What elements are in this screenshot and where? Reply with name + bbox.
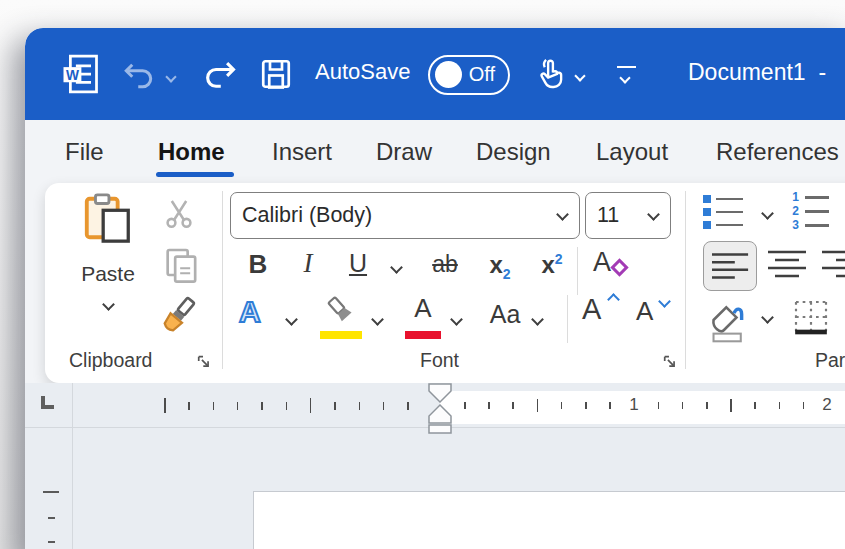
subscript-button[interactable]: x2 — [480, 251, 520, 282]
underline-chevron-icon[interactable] — [390, 261, 403, 274]
active-tab-underline — [156, 172, 234, 177]
tab-file[interactable]: File — [65, 138, 104, 166]
font-color-button[interactable]: A — [405, 293, 441, 339]
highlighter-icon — [320, 295, 362, 329]
group-separator — [222, 191, 223, 369]
underline-button[interactable]: U — [343, 249, 373, 278]
font-size-chevron-icon — [647, 208, 660, 221]
font-name-chevron-icon — [556, 208, 569, 221]
paste-clipboard-icon — [81, 191, 135, 245]
format-painter-icon[interactable] — [154, 293, 202, 339]
touch-mouse-mode-icon[interactable] — [532, 54, 570, 94]
tab-stop-left-icon — [41, 396, 54, 409]
document-title: Document1 - — [688, 59, 826, 86]
font-size-value: 11 — [597, 203, 619, 228]
change-case-button[interactable]: Aa — [483, 300, 527, 329]
ribbon-tab-row: File Home Insert Draw Design Layout Refe… — [25, 120, 845, 183]
shading-button[interactable] — [707, 297, 749, 343]
numbering-button[interactable]: 1 2 3 — [791, 193, 829, 230]
word-app-icon[interactable]: W — [58, 52, 102, 96]
strikethrough-button[interactable]: ab — [423, 251, 467, 278]
undo-dropdown-chevron-icon[interactable] — [165, 71, 176, 82]
tab-home[interactable]: Home — [158, 138, 225, 166]
align-left-button[interactable] — [703, 241, 757, 291]
font-group-label: Font — [420, 349, 459, 372]
row-separator — [567, 295, 568, 343]
collapse-quick-access-icon[interactable] — [617, 66, 636, 86]
shrink-font-caret-icon — [658, 295, 671, 308]
ribbon-panel: Paste Clipboard — [45, 183, 845, 383]
font-dialog-launcher-icon[interactable] — [661, 353, 678, 370]
ruler-text-area — [440, 391, 845, 424]
ribbon: Paste Clipboard — [25, 183, 845, 383]
font-name-value: Calibri (Body) — [242, 203, 372, 228]
horizontal-ruler: 12 — [25, 383, 845, 428]
autosave-toggle-knob — [435, 61, 462, 88]
bullets-chevron-icon[interactable] — [761, 207, 774, 220]
tab-layout[interactable]: Layout — [596, 138, 668, 166]
autosave-toggle[interactable]: Off — [428, 55, 510, 95]
title-bar: W AutoSave Off Docu — [25, 28, 845, 120]
grow-font-caret-icon — [607, 293, 620, 306]
clipboard-dialog-launcher-icon[interactable] — [195, 353, 212, 370]
highlight-colorbar — [320, 331, 362, 339]
tab-draw[interactable]: Draw — [376, 138, 432, 166]
autosave-state: Off — [469, 63, 495, 86]
ruler-number: 1 — [627, 395, 641, 415]
text-effects-button[interactable]: A — [239, 295, 261, 329]
undo-icon[interactable] — [121, 58, 157, 94]
group-separator — [685, 191, 686, 369]
text-effects-chevron-icon[interactable] — [285, 313, 298, 326]
superscript-button[interactable]: x2 — [532, 251, 572, 279]
indent-markers[interactable] — [427, 383, 453, 435]
highlight-color-button[interactable] — [320, 295, 362, 339]
align-center-button[interactable] — [767, 249, 807, 285]
grow-font-button[interactable]: A — [582, 293, 601, 326]
font-name-combobox[interactable]: Calibri (Body) — [230, 192, 580, 239]
font-colorbar — [405, 331, 441, 339]
align-right-button[interactable] — [821, 249, 845, 285]
row-separator — [577, 247, 578, 295]
tab-design[interactable]: Design — [476, 138, 551, 166]
tab-insert[interactable]: Insert — [272, 138, 332, 166]
touch-mode-chevron-icon[interactable] — [574, 70, 585, 81]
svg-text:W: W — [66, 68, 79, 83]
paragraph-group-label: Par — [815, 349, 845, 372]
bold-button[interactable]: B — [243, 249, 273, 280]
cut-icon[interactable] — [161, 195, 197, 231]
hanging-indent-marker — [429, 405, 451, 423]
tab-selector-button[interactable] — [25, 383, 73, 428]
paste-button[interactable]: Paste — [65, 191, 151, 346]
highlight-chevron-icon[interactable] — [371, 313, 384, 326]
vertical-ruler — [25, 428, 73, 549]
save-icon[interactable] — [258, 56, 294, 92]
redo-icon[interactable] — [201, 56, 239, 94]
copy-icon[interactable] — [161, 245, 201, 285]
document-page[interactable] — [253, 491, 845, 549]
first-line-indent-marker — [429, 384, 451, 402]
document-area — [25, 428, 845, 549]
bullets-button[interactable] — [703, 195, 743, 229]
change-case-chevron-icon[interactable] — [531, 313, 544, 326]
clear-formatting-eraser-icon — [610, 258, 628, 276]
paste-label: Paste — [81, 262, 135, 286]
ruler-number: 2 — [820, 395, 834, 415]
shading-chevron-icon[interactable] — [761, 311, 774, 324]
borders-button[interactable] — [791, 297, 831, 337]
font-size-combobox[interactable]: 11 — [585, 192, 671, 239]
clear-formatting-button[interactable]: A — [593, 247, 637, 278]
left-indent-marker — [429, 425, 451, 433]
clipboard-group-label: Clipboard — [69, 349, 152, 372]
autosave-label: AutoSave — [315, 59, 410, 85]
shrink-font-button[interactable]: A — [636, 296, 653, 327]
paste-dropdown-chevron-icon[interactable] — [102, 298, 115, 311]
italic-button[interactable]: I — [295, 248, 321, 279]
font-color-chevron-icon[interactable] — [450, 313, 463, 326]
tab-references[interactable]: References — [716, 138, 839, 166]
word-window: W AutoSave Off Docu — [25, 28, 845, 549]
